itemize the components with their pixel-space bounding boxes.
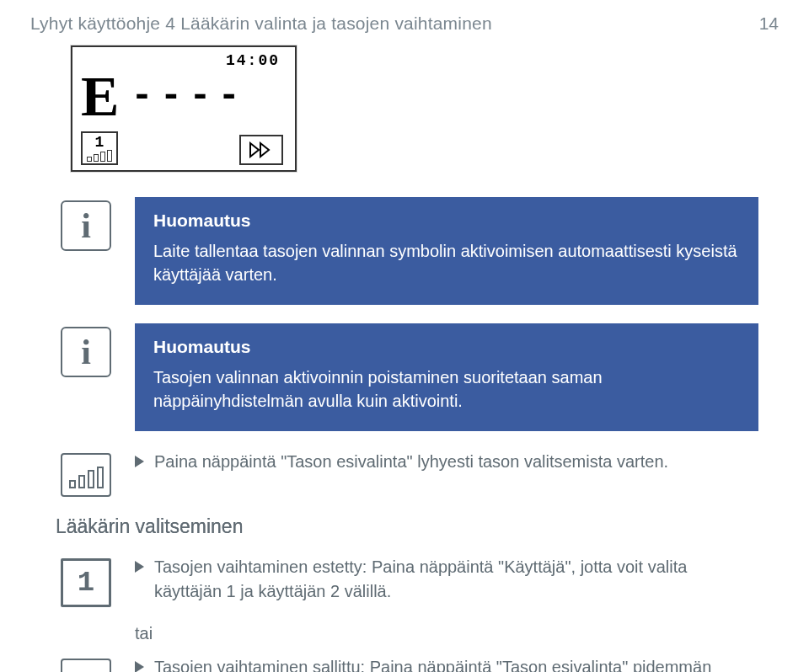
user1-instruction-row: 1 Tasojen vaihtaminen estetty: Paina näp… (56, 555, 779, 607)
lcd-main-row: E ---- (81, 67, 287, 125)
lcd-user-number: 1 (95, 135, 104, 150)
user-1-icon: 1 (61, 558, 111, 607)
level2-instruction-row: Tasojen vaihtaminen sallittu: Paina näpp… (56, 655, 779, 672)
note2-body: Tasojen valinnan aktivoinnin poistaminen… (153, 365, 740, 413)
note1-heading: Huomautus (153, 211, 740, 231)
level-preselect-icon (61, 453, 111, 497)
info-icon: i (61, 327, 111, 377)
note-box-1: Huomautus Laite tallentaa tasojen valinn… (135, 197, 758, 305)
note1-body: Laite tallentaa tasojen valinnan symboli… (153, 239, 740, 286)
bullet-triangle-icon (135, 661, 144, 672)
note2-heading: Huomautus (153, 337, 740, 357)
lcd-spacer (175, 162, 182, 165)
level-instruction-row: Paina näppäintä "Tason esivalinta" lyhye… (56, 450, 779, 497)
lcd-fastforward-icon (239, 135, 283, 165)
level-preselect-icon (61, 659, 111, 672)
or-label: tai (135, 624, 779, 643)
bullet-triangle-icon (135, 456, 144, 467)
note-box-2: Huomautus Tasojen valinnan aktivoinnin p… (135, 323, 758, 431)
section-heading: Lääkärin valitseminen (56, 515, 779, 538)
level2-instruction: Tasojen vaihtaminen sallittu: Paina näpp… (135, 655, 758, 672)
note-row-2: i Huomautus Tasojen valinnan aktivoinnin… (56, 323, 779, 431)
header-title: Lyhyt käyttöohje 4 Lääkärin valinta ja t… (30, 13, 492, 34)
user1-instruction-text: Tasojen vaihtaminen estetty: Paina näppä… (154, 555, 758, 604)
note-row-1: i Huomautus Laite tallentaa tasojen vali… (56, 197, 779, 305)
user1-instruction: Tasojen vaihtaminen estetty: Paina näppä… (135, 555, 758, 604)
lcd-dashes: ---- (131, 75, 247, 117)
lcd-letter: E (81, 67, 119, 125)
lcd-user-slot: 1 (81, 131, 118, 165)
level-instruction-text: Paina näppäintä "Tason esivalinta" lyhye… (154, 450, 668, 474)
info-i-glyph: i (81, 205, 91, 246)
lcd-illustration: 14:00 E ---- 1 (71, 45, 779, 172)
page-header: Lyhyt käyttöohje 4 Lääkärin valinta ja t… (30, 13, 779, 34)
lcd-screen: 14:00 E ---- 1 (71, 45, 297, 172)
lcd-level-bars (87, 150, 112, 162)
header-page-number: 14 (759, 13, 779, 34)
level2-instruction-text: Tasojen vaihtaminen sallittu: Paina näpp… (154, 655, 758, 672)
lcd-bottom-row: 1 (81, 131, 287, 167)
bullet-triangle-icon (135, 561, 144, 573)
alt-instruction-row: tai (56, 616, 779, 655)
info-i-glyph: i (81, 332, 91, 372)
level-instruction: Paina näppäintä "Tason esivalinta" lyhye… (135, 450, 758, 474)
info-icon: i (61, 200, 111, 251)
